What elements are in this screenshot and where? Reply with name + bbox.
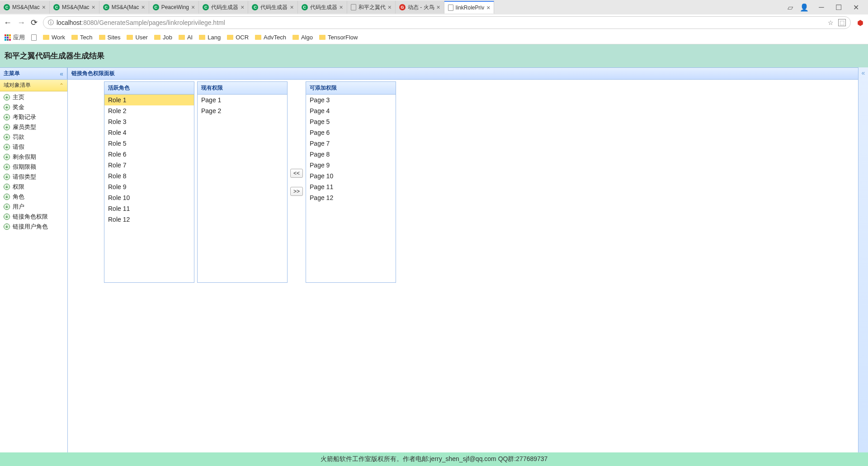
tab-favicon: C [153,4,159,10]
address-bar: ← → ⟳ ⓘ localhost:8080/GenerateSample/pa… [0,14,868,31]
folder-icon [255,35,261,40]
tab-title: 代码生成器 [260,4,288,11]
folder-icon [154,35,160,40]
tab-close-icon[interactable]: × [92,4,95,11]
tab-favicon [448,5,453,11]
url-port: :8080 [81,19,97,26]
new-tab-button[interactable]: ▱ [785,3,796,12]
folder-icon [292,35,299,40]
bookmark-label: TensorFlow [328,34,358,41]
tab-close-icon[interactable]: × [340,4,343,11]
apps-label: 应用 [13,33,25,42]
bookmark-folder[interactable]: Work [43,34,65,41]
tab-close-icon[interactable]: × [241,4,244,11]
bookmark-label: Tech [80,34,92,41]
tab-title: 代码生成器 [211,4,238,11]
browser-tab[interactable]: G动态 - 火鸟× [396,1,444,14]
back-button[interactable]: ← [4,18,12,28]
bookmark-label: User [135,34,147,41]
browser-tab[interactable]: CMS&A(Mac× [99,1,149,14]
tab-close-icon[interactable]: × [141,4,145,11]
tab-close-icon[interactable]: × [388,4,392,11]
tab-title: linkRolePriv [456,5,484,11]
bookmark-label: Work [52,34,65,41]
info-icon[interactable]: ⓘ [48,19,54,27]
url-host: localhost [57,19,81,26]
tab-close-icon[interactable]: × [486,4,490,11]
bookmark-folder[interactable]: TensorFlow [319,34,358,41]
tab-close-icon[interactable]: × [191,4,195,11]
bookmark-label: Algo [301,34,313,41]
tab-title: 和平之翼代 [359,4,386,11]
bookmark-label: Job [163,34,172,41]
apps-button[interactable]: 应用 [5,33,25,42]
tab-title: 动态 - 火鸟 [408,4,434,11]
tab-favicon: G [399,4,406,10]
page-viewport: 和平之翼代码生成器生成结果 主菜单 « 域对象清单 ⌃ +主页+奖金+考勤记录+… [0,44,868,45]
tab-title: MS&A(Mac [62,4,90,10]
browser-tab[interactable]: CMS&A(Mac× [50,1,99,14]
bookmark-folder[interactable]: AdvTech [255,34,286,41]
maximize-button[interactable]: ☐ [835,4,842,10]
browser-tab[interactable]: CMS&A(Mac× [0,1,50,14]
tab-title: 代码生成器 [310,4,337,11]
bookmark-label: OCR [236,34,249,41]
window-controls: 👤 ─ ☐ ✕ [796,4,864,10]
forward-button[interactable]: → [17,18,25,28]
folder-icon [71,35,78,40]
tab-favicon: C [203,4,209,10]
browser-tab[interactable]: CPeaceWing× [149,1,199,14]
reload-button[interactable]: ⟳ [31,18,38,28]
tab-title: MS&A(Mac [112,4,139,10]
user-icon[interactable]: 👤 [801,4,807,10]
browser-tab[interactable]: 和平之翼代× [347,1,396,14]
folder-icon [199,35,205,40]
browser-tab[interactable]: linkRolePriv× [444,1,495,14]
bookmark-doc[interactable] [31,34,37,41]
bookmark-label: Sites [108,34,121,41]
bookmark-folder[interactable]: Algo [292,34,313,41]
close-window-button[interactable]: ✕ [853,4,859,10]
apps-icon [5,34,11,41]
tab-favicon: C [252,4,258,10]
tab-close-icon[interactable]: × [42,4,46,11]
bookmark-label: AdvTech [264,34,286,41]
minimize-button[interactable]: ─ [818,4,825,10]
folder-icon [43,35,49,40]
page-header: 和平之翼代码生成器生成结果 [0,44,868,45]
folder-icon [179,35,185,40]
bookmark-label: AI [187,34,193,41]
document-icon [31,34,37,41]
bookmark-folder[interactable]: AI [179,34,193,41]
bookmark-folder[interactable]: Tech [71,34,92,41]
tab-favicon [351,4,356,10]
tab-title: MS&A(Mac [12,4,40,10]
tab-close-icon[interactable]: × [290,4,293,11]
browser-chrome: CMS&A(Mac×CMS&A(Mac×CMS&A(Mac×CPeaceWing… [0,0,868,45]
tab-favicon: C [53,4,60,10]
url-input[interactable]: ⓘ localhost:8080/GenerateSample/pages/li… [43,16,851,29]
tab-close-icon[interactable]: × [437,4,440,11]
bookmark-bar: 应用 WorkTechSitesUserJobAILangOCRAdvTechA… [0,31,868,44]
browser-tab[interactable]: C代码生成器× [298,1,347,14]
extension-icon[interactable]: ⬚ [838,19,846,26]
ublock-icon[interactable]: ⬢ [856,19,864,27]
bookmark-folder[interactable]: Lang [199,34,221,41]
bookmark-folder[interactable]: User [127,34,147,41]
folder-icon [99,35,105,40]
bookmark-label: Lang [208,34,221,41]
folder-icon [127,35,133,40]
bookmark-folder[interactable]: Job [154,34,172,41]
browser-tab[interactable]: C代码生成器× [199,1,248,14]
tab-title: PeaceWing [161,4,189,10]
star-icon[interactable]: ☆ [828,19,834,26]
folder-icon [319,35,326,40]
tab-bar: CMS&A(Mac×CMS&A(Mac×CMS&A(Mac×CPeaceWing… [0,0,868,14]
tab-favicon: C [103,4,109,10]
url-path: /GenerateSample/pages/linkroleprivilege.… [97,19,225,26]
tab-favicon: C [302,4,308,10]
tab-favicon: C [4,4,10,10]
browser-tab[interactable]: C代码生成器× [248,1,297,14]
bookmark-folder[interactable]: OCR [227,34,249,41]
bookmark-folder[interactable]: Sites [99,34,121,41]
